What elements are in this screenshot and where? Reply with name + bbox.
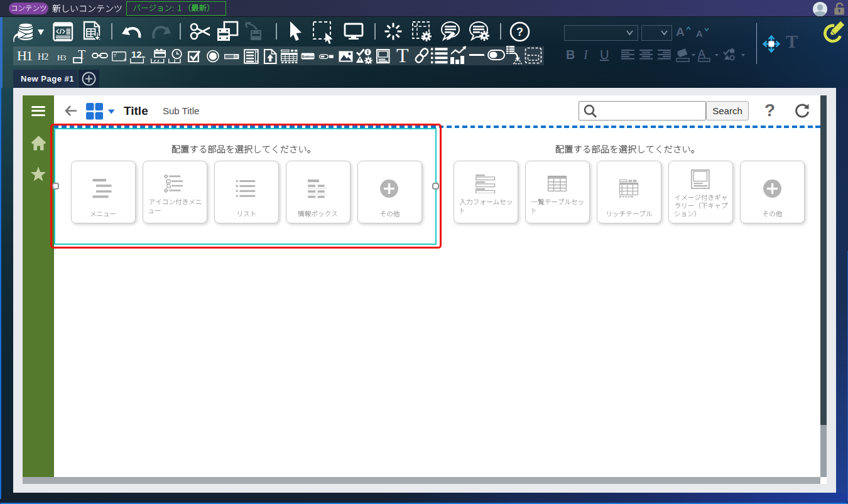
svg-text:Button: Button (302, 55, 314, 58)
svg-text:?: ? (516, 26, 523, 38)
svg-text:T: T (114, 53, 117, 58)
